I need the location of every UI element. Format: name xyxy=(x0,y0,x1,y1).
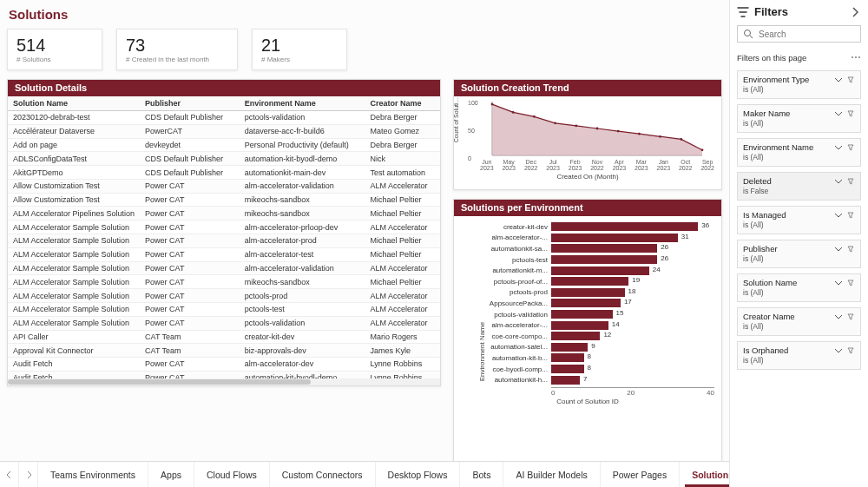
tab[interactable]: Apps xyxy=(148,462,194,487)
filters-more-icon[interactable]: ⋯ xyxy=(851,51,861,63)
clear-filter-icon[interactable] xyxy=(846,245,855,253)
filters-subheading: Filters on this page xyxy=(737,53,806,63)
solution-details-title: Solution Details xyxy=(8,80,440,96)
col-solution-name[interactable]: Solution Name xyxy=(8,96,140,111)
kpi-card: 514# Solutions xyxy=(7,29,102,70)
clear-filter-icon[interactable] xyxy=(846,346,855,355)
clear-filter-icon[interactable] xyxy=(846,211,855,220)
tab[interactable]: Teams Environments xyxy=(38,462,148,487)
bar-row: automation-satel...9 xyxy=(473,342,714,353)
table-row[interactable]: ALM Accelerator Sample SolutionPower CAT… xyxy=(8,289,440,303)
tab[interactable]: Bots xyxy=(460,462,503,487)
bar-row: automationkit-h...7 xyxy=(473,374,714,385)
clear-filter-icon[interactable] xyxy=(846,177,855,186)
svg-line-14 xyxy=(750,36,753,38)
chevron-down-icon xyxy=(834,143,843,152)
trend-title: Solution Creation Trend xyxy=(454,80,721,96)
clear-filter-icon[interactable] xyxy=(846,313,855,321)
svg-point-7 xyxy=(596,128,599,130)
table-row[interactable]: Approval Kit ConnectorCAT Teambiz-approv… xyxy=(8,344,440,358)
tab[interactable]: Desktop Flows xyxy=(376,462,461,487)
tab[interactable]: Power Pages xyxy=(601,462,680,487)
svg-point-3 xyxy=(512,111,515,114)
kpi-value: 73 xyxy=(126,36,228,54)
tabs-prev[interactable] xyxy=(0,462,19,487)
col-publisher[interactable]: Publisher xyxy=(140,96,240,111)
table-row[interactable]: ALM Accelerator Pipelines SolutionPower … xyxy=(8,207,440,220)
bar-row: pctools-proof-of...19 xyxy=(473,276,714,287)
bar-row: automation-kit-b...8 xyxy=(473,352,714,364)
filter-card[interactable]: Publisher is (All) xyxy=(737,240,861,268)
env-bar-title: Solutions per Environment xyxy=(454,200,721,216)
table-row[interactable]: ALM Accelerator Sample SolutionPower CAT… xyxy=(8,316,440,330)
search-icon xyxy=(743,29,753,39)
chevron-down-icon xyxy=(834,346,843,355)
table-row[interactable]: Allow Customization TestPower CATmikeoch… xyxy=(8,193,440,207)
bar-row: alm-accelerator-...14 xyxy=(473,319,714,331)
env-bar-y-title: Environment Name xyxy=(478,321,486,380)
chevron-down-icon xyxy=(834,313,843,321)
tab[interactable]: Cloud Flows xyxy=(194,462,270,487)
tab[interactable]: Custom Connectors xyxy=(270,462,376,487)
tab[interactable]: AI Builder Models xyxy=(503,462,600,487)
chevron-down-icon xyxy=(834,211,843,220)
table-row[interactable]: AkitGPTDemoCDS Default Publisherautomati… xyxy=(8,166,440,180)
filter-card[interactable]: Environment Name is (All) xyxy=(737,138,861,167)
kpi-value: 514 xyxy=(16,36,93,54)
solution-details-table[interactable]: Solution Name Publisher Environment Name… xyxy=(8,96,440,385)
table-row[interactable]: ALM Accelerator Sample SolutionPower CAT… xyxy=(8,261,440,275)
solutions-per-env-panel: Solutions per Environment Environment Na… xyxy=(453,199,722,487)
filter-card[interactable]: Creator Name is (All) xyxy=(737,307,861,336)
chevron-down-icon xyxy=(834,76,843,84)
table-row[interactable]: ALM Accelerator Sample SolutionPower CAT… xyxy=(8,220,440,234)
table-row[interactable]: ALM Accelerator Sample SolutionPower CAT… xyxy=(8,275,440,289)
table-row[interactable]: ADLSConfigDataTestCDS Default Publishera… xyxy=(8,152,440,166)
bar-row: pctools-prod18 xyxy=(473,287,714,299)
clear-filter-icon[interactable] xyxy=(846,143,855,152)
clear-filter-icon[interactable] xyxy=(846,76,855,84)
tabs-next[interactable] xyxy=(19,462,38,487)
kpi-card: 21# Makers xyxy=(252,29,347,70)
bar-row: pctools-validation15 xyxy=(473,309,714,320)
svg-point-12 xyxy=(701,148,704,151)
page-title: Solutions xyxy=(9,7,722,22)
table-row[interactable]: ALM Accelerator Sample SolutionPower CAT… xyxy=(8,247,440,261)
filters-pane: Filters Filters on this page ⋯ Environme… xyxy=(729,0,868,487)
filters-search[interactable] xyxy=(737,25,861,43)
col-creator[interactable]: Creator Name xyxy=(365,96,440,111)
filter-card[interactable]: Solution Name is (All) xyxy=(737,273,861,302)
svg-point-11 xyxy=(680,138,682,141)
clear-filter-icon[interactable] xyxy=(846,279,855,287)
filter-card[interactable]: Is Managed is (All) xyxy=(737,206,861,234)
kpi-card: 73# Created in the last month xyxy=(116,29,238,70)
bar-row: AppsourcePacka...17 xyxy=(473,298,714,309)
table-row[interactable]: Add on pagedevkeydetPersonal Productivit… xyxy=(8,138,440,152)
filter-card[interactable]: Deleted is False xyxy=(737,172,861,201)
filters-search-input[interactable] xyxy=(759,30,855,39)
clear-filter-icon[interactable] xyxy=(846,109,855,118)
filter-card[interactable]: Maker Name is (All) xyxy=(737,104,861,133)
table-horizontal-scrollbar[interactable] xyxy=(8,378,440,385)
chevron-down-icon xyxy=(834,279,843,287)
solution-details-panel: Solution Details Solution Name Publisher… xyxy=(7,79,441,386)
kpi-label: # Solutions xyxy=(16,56,93,63)
table-row[interactable]: API CallerCAT Teamcreator-kit-devMario R… xyxy=(8,330,440,344)
chevron-down-icon xyxy=(834,109,843,118)
table-row[interactable]: ALM Accelerator Sample SolutionPower CAT… xyxy=(8,302,440,316)
collapse-filters-icon[interactable] xyxy=(849,6,861,18)
trend-x-axis-title: Created On (Month) xyxy=(454,173,721,181)
filter-card[interactable]: Environment Type is (All) xyxy=(737,70,861,99)
table-row[interactable]: 20230120-debrab-testCDS Default Publishe… xyxy=(8,111,440,125)
filter-card[interactable]: Is Orphaned is (All) xyxy=(737,341,861,370)
col-environment[interactable]: Environment Name xyxy=(240,96,365,111)
table-row[interactable]: Accélérateur DataversePowerCATdataverse-… xyxy=(8,124,440,138)
table-row[interactable]: Audit FetchPower CATalm-accelerator-devL… xyxy=(8,358,440,372)
env-bar-x-ticks: 0 20 40 xyxy=(551,387,714,397)
filters-title: Filters xyxy=(754,5,788,18)
tab[interactable]: Solutions xyxy=(680,462,729,487)
svg-point-13 xyxy=(745,30,751,36)
table-row[interactable]: Allow Customization TestPower CATalm-acc… xyxy=(8,179,440,193)
chevron-down-icon xyxy=(834,177,843,186)
bar-row: coe-byodl-comp...8 xyxy=(473,364,714,375)
table-row[interactable]: ALM Accelerator Sample SolutionPower CAT… xyxy=(8,234,440,248)
